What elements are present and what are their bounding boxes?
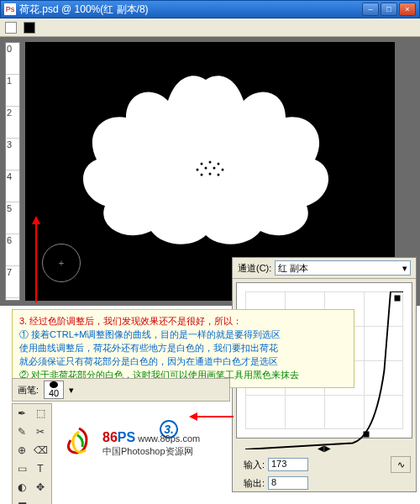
ruler-tick: 4: [6, 171, 19, 202]
options-bar: [0, 18, 420, 37]
brush-label: 画笔:: [18, 384, 39, 396]
window-title: 荷花.psd @ 100%(红 副本/8): [19, 3, 362, 17]
ruler-tick: 6: [6, 234, 19, 266]
ruler-tick: 1: [6, 75, 19, 107]
curve-node[interactable]: [363, 432, 369, 438]
svg-point-5: [213, 167, 216, 170]
input-value[interactable]: 173: [268, 458, 308, 471]
logo-url: www.86ps.com: [138, 433, 200, 444]
brush-preview[interactable]: 40: [44, 381, 64, 399]
svg-point-9: [218, 174, 220, 176]
type-tool[interactable]: T: [31, 459, 50, 478]
channel-dropdown[interactable]: 红 副本 ▾: [275, 260, 411, 276]
marquee-tool[interactable]: ⬚: [31, 404, 50, 423]
tutorial-note: 3. 经过色阶调整后，我们发现效果还不是很好，所以： ① 接着CTRL+M调整图…: [12, 309, 354, 388]
ruler-tick: 5: [6, 202, 19, 234]
shape-tool[interactable]: ▭: [13, 459, 31, 478]
app-icon: Ps: [4, 3, 16, 15]
input-row: 输入: 173 ∿: [233, 454, 416, 475]
ruler-tick: 3: [6, 139, 19, 171]
logo-ps: PS: [118, 430, 135, 444]
window-titlebar: Ps 荷花.psd @ 100%(红 副本/8) – □ ×: [0, 0, 420, 18]
svg-point-2: [218, 163, 220, 165]
curve-tool-button[interactable]: ∿: [391, 456, 411, 473]
svg-point-3: [197, 169, 199, 171]
svg-point-7: [201, 174, 203, 176]
logo-text: 86PS www.86ps.com 中国Photoshop资源网: [102, 430, 200, 458]
swatch-white[interactable]: [5, 22, 17, 34]
svg-point-0: [201, 163, 203, 165]
annotation-arrow-up: [35, 218, 37, 302]
logo-brand: 86: [102, 430, 118, 444]
eraser-tool[interactable]: ⌫: [31, 441, 50, 459]
brush-options: 画笔: 40 ▾: [12, 378, 230, 402]
chevron-down-icon: ▾: [402, 263, 407, 274]
output-value[interactable]: 8: [268, 476, 308, 490]
output-label: 输出:: [238, 477, 265, 490]
output-row: 输出: 8: [233, 475, 416, 491]
brush-size: 40: [49, 388, 59, 398]
swatch-tool[interactable]: ⬒: [13, 496, 31, 504]
channel-selector-row: 通道(C): 红 副本 ▾: [233, 258, 416, 279]
input-label: 输入:: [238, 459, 265, 471]
swatch-black[interactable]: [24, 22, 35, 34]
note-line: 使用曲线调整后，荷花外还有些地方是白色的，我们要扣出荷花: [19, 342, 347, 355]
pencil-tool[interactable]: ✎: [13, 423, 31, 441]
window-controls: – □ ×: [362, 3, 416, 16]
logo-icon: [60, 425, 97, 462]
note-line: ① 接着CTRL+M调整图像的曲线，目的是一样的就是要得到选区: [19, 328, 347, 342]
move-tool[interactable]: ✒: [13, 404, 31, 423]
curve-node[interactable]: [395, 296, 401, 302]
note-line: 就必须保证只有荷花部分是白色的，因为在通道中白色才是选区: [19, 355, 347, 369]
svg-point-1: [209, 161, 212, 164]
ruler-vertical: 0 1 2 3 4 5 6 7: [5, 42, 20, 301]
brush-dot-icon: [50, 381, 58, 388]
heal-tool[interactable]: ⊕: [13, 441, 31, 459]
close-button[interactable]: ×: [399, 3, 416, 16]
minimize-button[interactable]: –: [362, 3, 379, 16]
chevron-down-icon[interactable]: ▾: [69, 385, 74, 396]
channel-label: 通道(C):: [238, 262, 271, 275]
channel-selected: 红 副本: [278, 262, 308, 275]
lotus-silhouette: [67, 67, 344, 252]
maximize-button[interactable]: □: [381, 3, 397, 16]
watermark: 86PS www.86ps.com 中国Photoshop资源网: [60, 418, 220, 469]
more-tool[interactable]: ⋯: [31, 496, 50, 504]
ruler-tick: 0: [6, 43, 19, 75]
note-line: 3. 经过色阶调整后，我们发现效果还不是很好，所以：: [19, 316, 242, 326]
ruler-tick: 7: [6, 266, 19, 298]
tool-palette: ✒ ⬚ ✎ ✂ ⊕ ⌫ ▭ T ◐ ✥ ⬒ ⋯: [12, 403, 52, 504]
annotation-arrow-left: [192, 416, 234, 417]
ruler-tick: 2: [6, 107, 19, 139]
brush-cursor: +: [42, 244, 81, 282]
hand-tool[interactable]: ✥: [31, 478, 50, 496]
cursor-plus-icon: +: [59, 258, 64, 268]
svg-point-4: [205, 167, 207, 170]
logo-subtitle: 中国Photoshop资源网: [102, 445, 200, 458]
crop-tool[interactable]: ✂: [31, 423, 50, 441]
dodge-tool[interactable]: ◐: [13, 478, 31, 496]
svg-point-6: [222, 169, 224, 171]
svg-point-8: [209, 173, 212, 176]
